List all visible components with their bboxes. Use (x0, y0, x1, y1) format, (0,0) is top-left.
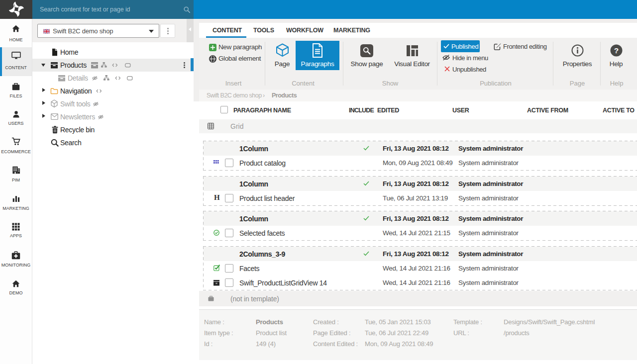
svg-text:?: ? (614, 46, 619, 55)
